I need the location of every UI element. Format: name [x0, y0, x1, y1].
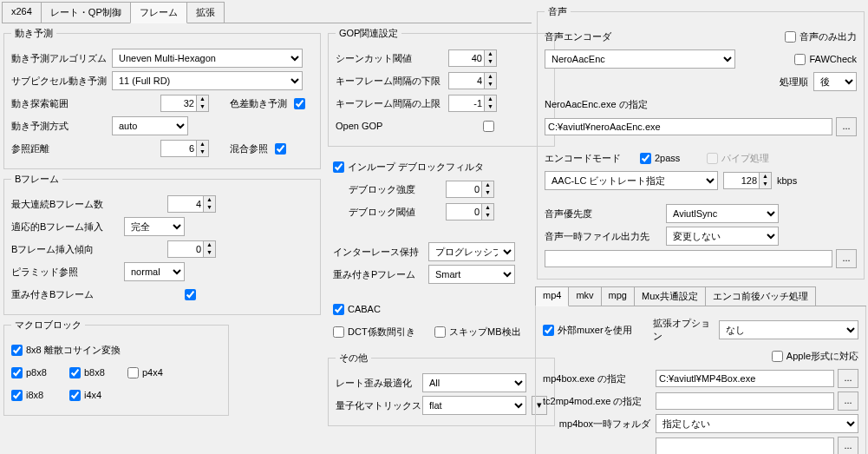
mux-tab-mkv[interactable]: mkv	[568, 286, 601, 306]
scenecut-spin[interactable]: ▲▼	[448, 49, 497, 67]
aexe-label: NeroAacEnc.exe の指定	[545, 98, 648, 111]
dct-label: DCT係数間引き	[348, 326, 434, 339]
mux-tabs: mp4 mkv mpg Mux共通設定 エンコ前後バッチ処理	[535, 286, 866, 306]
ref-spin[interactable]: ▲▼	[160, 140, 209, 157]
mtmp-select[interactable]: 指定しない	[656, 414, 858, 433]
bmax-label: 最大連続Bフレーム数	[11, 198, 124, 211]
p4x4-check[interactable]	[127, 367, 139, 378]
motion-legend: 動き予測	[11, 27, 56, 40]
inloop-check[interactable]	[333, 161, 344, 173]
audio-only-check[interactable]	[785, 31, 796, 43]
mtmp-input[interactable]	[656, 438, 834, 454]
bmax-spin[interactable]: ▲▼	[167, 195, 216, 213]
keymax-spin[interactable]: ▲▼	[448, 95, 497, 112]
tab-x264[interactable]: x264	[2, 2, 42, 23]
aenc-label: 音声エンコーダ	[545, 30, 631, 43]
macro-legend: マクロブロック	[11, 319, 85, 332]
mopt-select[interactable]: なし	[719, 320, 858, 339]
subpixel-select[interactable]: 11 (Full RD)	[112, 71, 303, 90]
pipe-label: パイプ処理	[721, 152, 769, 165]
pyramid-select[interactable]: normal	[124, 262, 185, 281]
aexe-input[interactable]	[545, 118, 832, 135]
atmp-input[interactable]	[545, 250, 832, 267]
dct8-check[interactable]	[11, 345, 23, 356]
opengop-check[interactable]	[483, 121, 494, 132]
encmode-select[interactable]: AAC-LC ビットレート指定	[545, 171, 718, 190]
dct-check[interactable]	[333, 326, 344, 338]
badapt-select[interactable]: 完全	[124, 217, 185, 236]
cabac-label: CABAC	[348, 304, 381, 314]
tab-ext[interactable]: 拡張	[186, 2, 225, 23]
i8x8-label: i8x8	[26, 390, 69, 400]
tab-rate-qp[interactable]: レート・QP制御	[41, 2, 131, 23]
bbias-label: Bフレーム挿入傾向	[11, 243, 124, 256]
dthresh-spin[interactable]: ▲▼	[446, 203, 494, 220]
apriority-select[interactable]: AviutlSync	[666, 204, 779, 223]
mp4box-label: mp4box.exe の指定	[543, 372, 656, 385]
atmp-browse-button[interactable]: ...	[836, 249, 857, 268]
inloop-label: インループ デブロックフィルタ	[348, 161, 484, 174]
mp4box-browse-button[interactable]: ...	[838, 369, 858, 388]
faw-check[interactable]	[794, 54, 806, 65]
mux-tab-batch[interactable]: エンコ前後バッチ処理	[705, 286, 816, 306]
bbias-spin[interactable]: ▲▼	[167, 240, 216, 258]
bitrate-spin[interactable]: ▲▼	[723, 172, 772, 189]
mux-tab-mpg[interactable]: mpg	[601, 286, 635, 306]
range-spin[interactable]: ▲▼	[160, 95, 209, 112]
keymin-spin[interactable]: ▲▼	[448, 72, 497, 89]
apple-check[interactable]	[772, 351, 783, 362]
method-select[interactable]: auto	[112, 116, 188, 135]
subpixel-label: サブピクセル動き予測	[11, 75, 112, 88]
chroma-check[interactable]	[294, 98, 305, 109]
b8x8-label: b8x8	[84, 367, 127, 378]
cabac-check[interactable]	[333, 304, 344, 315]
skip-check[interactable]	[434, 326, 446, 338]
weightb-check[interactable]	[185, 289, 196, 300]
i8x8-check[interactable]	[11, 390, 23, 401]
pipe-check	[707, 153, 718, 164]
trellis-label: レート歪み最適化	[336, 377, 422, 390]
cqm-label: 量子化マトリックス	[336, 399, 422, 412]
other-group: その他 レート歪み最適化 All 量子化マトリックス flat ▾	[328, 352, 555, 426]
i4x4-check[interactable]	[69, 390, 81, 401]
left-tabs: x264 レート・QP制御 フレーム 拡張	[2, 2, 532, 23]
weightp-select[interactable]: Smart	[428, 265, 515, 284]
ref-label: 参照距離	[11, 142, 112, 155]
chroma-label: 色差動き予測	[230, 97, 287, 110]
mux-tab-mp4[interactable]: mp4	[535, 286, 569, 306]
extmux-check[interactable]	[543, 325, 554, 336]
p8x8-label: p8x8	[26, 367, 69, 378]
interlace-select[interactable]: プログレッシブ	[428, 242, 515, 261]
tab-frame[interactable]: フレーム	[130, 2, 187, 23]
p8x8-check[interactable]	[11, 367, 23, 378]
twopass-label: 2pass	[655, 153, 707, 163]
atmp-select[interactable]: 変更しない	[666, 227, 779, 246]
dstrength-spin[interactable]: ▲▼	[446, 181, 494, 198]
audio-only-label: 音声のみ出力	[799, 30, 857, 43]
dthresh-label: デブロック閾値	[333, 206, 446, 219]
dstrength-label: デブロック強度	[333, 183, 446, 196]
mp4box-input[interactable]	[656, 370, 834, 387]
dct8-label: 8x8 離散コサイン変換	[26, 344, 121, 357]
tc2mp4-input[interactable]	[656, 392, 834, 410]
weightp-label: 重み付きPフレーム	[333, 268, 428, 281]
apriority-label: 音声優先度	[545, 207, 666, 220]
mixed-check[interactable]	[275, 143, 286, 155]
b8x8-check[interactable]	[69, 367, 81, 378]
mtmp-browse-button[interactable]: ...	[838, 437, 858, 454]
order-select[interactable]: 後	[813, 72, 857, 91]
skip-label: スキップMB検出	[449, 326, 521, 339]
macro-group: マクロブロック 8x8 離散コサイン変換 p8x8 b8x8 p4x4 i8x8…	[3, 319, 229, 416]
trellis-select[interactable]: All	[422, 373, 526, 392]
mopt-label: 拡張オプション	[653, 317, 719, 343]
audio-group: 音声 音声エンコーダ 音声のみ出力 NeroAacEnc FAWCheck 処理…	[537, 5, 865, 280]
faw-label: FAWCheck	[809, 54, 857, 64]
aenc-select[interactable]: NeroAacEnc	[545, 49, 735, 69]
weightb-label: 重み付きBフレーム	[11, 288, 124, 301]
twopass-check[interactable]	[640, 153, 651, 164]
aexe-browse-button[interactable]: ...	[836, 117, 857, 136]
tc2mp4-browse-button[interactable]: ...	[838, 391, 858, 411]
cqm-select[interactable]: flat	[422, 396, 526, 415]
mux-tab-common[interactable]: Mux共通設定	[634, 286, 706, 306]
me-algo-select[interactable]: Uneven Multi-Hexagon	[112, 49, 303, 68]
